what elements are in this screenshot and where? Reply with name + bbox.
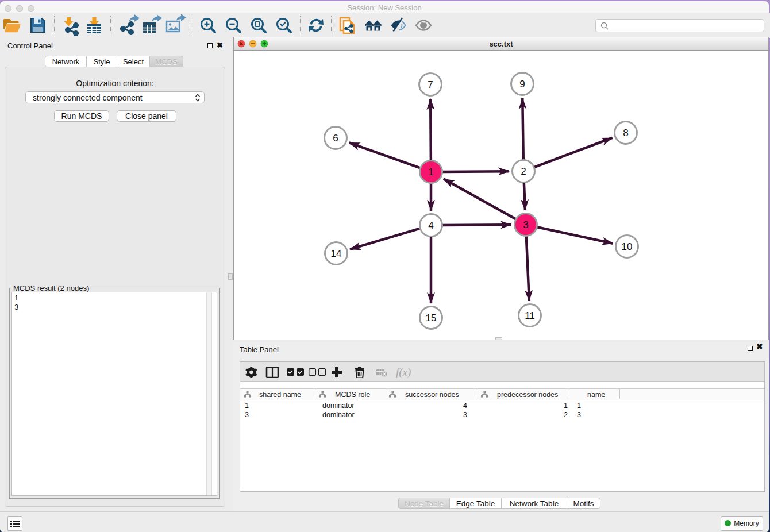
- svg-text:name: name: [587, 391, 605, 399]
- svg-text:11: 11: [525, 310, 535, 321]
- svg-text:4: 4: [428, 220, 433, 231]
- svg-text:9: 9: [519, 79, 525, 90]
- svg-text:1: 1: [428, 167, 433, 178]
- svg-text:10: 10: [622, 241, 633, 252]
- svg-text:7: 7: [428, 79, 433, 90]
- svg-text:14: 14: [331, 248, 342, 259]
- svg-text:8: 8: [623, 128, 628, 138]
- svg-text:successor nodes: successor nodes: [405, 391, 459, 399]
- svg-text:15: 15: [426, 313, 437, 323]
- svg-text:f(x): f(x): [396, 367, 411, 378]
- svg-text:predecessor nodes: predecessor nodes: [497, 391, 558, 399]
- svg-text:3: 3: [523, 219, 528, 230]
- svg-text:6: 6: [333, 133, 338, 144]
- svg-text:MCDS role: MCDS role: [335, 391, 370, 399]
- svg-text:shared name: shared name: [259, 391, 301, 399]
- svg-text:2: 2: [521, 166, 526, 177]
